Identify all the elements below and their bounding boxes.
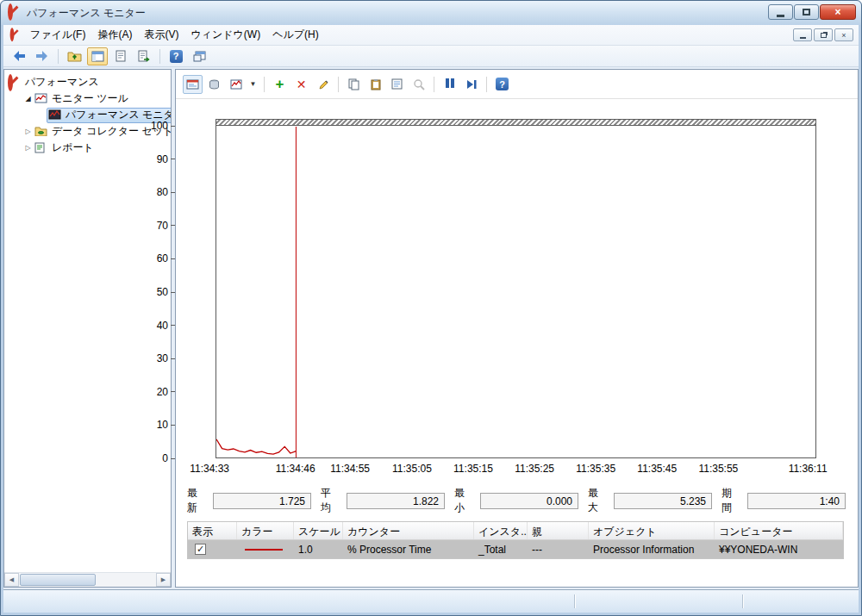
x-axis-label: 11:34:33 bbox=[190, 463, 229, 475]
maximize-button[interactable] bbox=[794, 4, 819, 20]
maximum-value: 5.235 bbox=[614, 493, 712, 509]
perfmon-window: パフォーマンス モニター × ファイル(F) 操作(A) 表示(V) ウィンドウ… bbox=[0, 0, 862, 616]
tree-item-label: モニター ツール bbox=[52, 91, 128, 106]
status-divider bbox=[742, 594, 743, 608]
show-checkbox[interactable]: ✓ bbox=[195, 544, 206, 555]
instance-cell: _Total bbox=[474, 540, 528, 558]
child-restore-button[interactable] bbox=[814, 28, 833, 41]
change-graph-type-button[interactable] bbox=[226, 75, 246, 94]
title-bar[interactable]: パフォーマンス モニター × bbox=[1, 1, 861, 25]
latest-value: 1.725 bbox=[213, 493, 311, 509]
monitor-panel: ▼ + ✕ bbox=[175, 69, 859, 588]
expander-expanded-icon[interactable]: ◢ bbox=[22, 95, 34, 103]
column-header[interactable]: カラー bbox=[237, 522, 294, 539]
freeze-display-button[interactable] bbox=[440, 75, 459, 94]
y-axis-label: 10 bbox=[157, 419, 168, 431]
pencil-icon bbox=[317, 78, 329, 90]
toolbar-separator bbox=[434, 77, 434, 92]
pm-help-button[interactable]: ? bbox=[492, 75, 512, 94]
child-minimize-button[interactable] bbox=[793, 28, 812, 41]
tree-item-performance[interactable]: パフォーマンス bbox=[4, 74, 171, 90]
counter-row[interactable]: ✓ 1.0 % Processor Time _Total --- Proces… bbox=[188, 540, 843, 558]
x-axis-label: 11:34:46 bbox=[276, 463, 315, 475]
show-cell: ✓ bbox=[188, 540, 237, 558]
minimize-button[interactable] bbox=[768, 4, 793, 20]
new-window-button[interactable] bbox=[189, 47, 209, 65]
tree-horizontal-scrollbar[interactable]: ◀ ▶ bbox=[4, 572, 171, 587]
menu-action[interactable]: 操作(A) bbox=[91, 25, 138, 45]
back-button[interactable] bbox=[9, 47, 29, 65]
y-axis-tick bbox=[171, 292, 175, 293]
y-axis-label: 60 bbox=[157, 252, 168, 264]
duration-label: 期間 bbox=[721, 486, 742, 515]
toolbar-separator bbox=[264, 77, 265, 92]
up-one-level-button[interactable] bbox=[64, 47, 84, 65]
scale-cell: 1.0 bbox=[294, 540, 343, 558]
properties-button[interactable] bbox=[110, 47, 131, 65]
export-list-icon bbox=[138, 50, 150, 62]
monitor-tools-icon bbox=[34, 93, 48, 104]
column-header[interactable]: カウンター bbox=[343, 522, 474, 539]
child-window-buttons: × bbox=[793, 28, 855, 41]
column-header[interactable]: スケール bbox=[294, 522, 343, 539]
child-close-button[interactable]: × bbox=[834, 28, 853, 41]
highlight-button[interactable] bbox=[313, 75, 333, 94]
show-hide-console-tree-button[interactable] bbox=[87, 47, 108, 65]
clipboard-icon bbox=[371, 78, 381, 90]
help-button[interactable]: ? bbox=[166, 47, 186, 65]
x-axis-label: 11:35:55 bbox=[698, 463, 738, 475]
add-counter-button[interactable]: + bbox=[270, 75, 290, 94]
column-header[interactable]: オブジェクト bbox=[589, 522, 715, 539]
column-header[interactable]: コンピューター bbox=[715, 522, 843, 539]
tree-item-monitor-tools[interactable]: ◢ モニター ツール bbox=[4, 90, 171, 107]
menu-help[interactable]: ヘルプ(H) bbox=[266, 25, 325, 45]
forward-button[interactable] bbox=[32, 47, 53, 65]
client-area: ファイル(F) 操作(A) 表示(V) ウィンドウ(W) ヘルプ(H) × bbox=[3, 25, 859, 613]
menu-bar: ファイル(F) 操作(A) 表示(V) ウィンドウ(W) ヘルプ(H) × bbox=[3, 25, 859, 46]
console-tree-icon bbox=[91, 51, 104, 62]
reports-icon bbox=[34, 142, 48, 153]
update-data-button[interactable] bbox=[461, 75, 481, 94]
properties-doc-icon bbox=[116, 50, 126, 62]
y-axis-label: 80 bbox=[157, 186, 168, 198]
counter-table: 表示カラースケールカウンターインスタ...親オブジェクトコンピューター ✓ 1.… bbox=[187, 521, 844, 559]
toolbar-separator bbox=[486, 77, 487, 92]
x-axis-label: 11:35:45 bbox=[637, 463, 677, 475]
y-axis-label: 90 bbox=[157, 153, 168, 165]
zoom-button[interactable] bbox=[409, 75, 428, 94]
menu-view[interactable]: 表示(V) bbox=[138, 25, 184, 45]
tree-item-performance-monitor[interactable]: パフォーマンス モニター bbox=[4, 107, 171, 123]
export-list-button[interactable] bbox=[134, 47, 154, 65]
perfmon-toolbar: ▼ + ✕ bbox=[176, 70, 858, 99]
scrollbar-thumb[interactable] bbox=[20, 574, 96, 586]
graph-type-dropdown-arrow[interactable]: ▼ bbox=[247, 75, 259, 94]
y-axis-tick bbox=[171, 159, 175, 159]
menu-window[interactable]: ウィンドウ(W) bbox=[184, 25, 266, 45]
counter-table-header: 表示カラースケールカウンターインスタ...親オブジェクトコンピューター bbox=[188, 522, 843, 540]
y-axis-tick bbox=[171, 192, 175, 193]
close-button[interactable]: × bbox=[820, 4, 856, 20]
copy-properties-button[interactable] bbox=[344, 75, 364, 94]
column-header[interactable]: インスタ... bbox=[474, 522, 528, 539]
delete-x-icon: ✕ bbox=[297, 78, 307, 91]
expander-collapsed-icon[interactable]: ▷ bbox=[22, 128, 34, 135]
menu-file[interactable]: ファイル(F) bbox=[24, 25, 91, 45]
help-icon: ? bbox=[170, 50, 183, 63]
view-current-activity-button[interactable] bbox=[183, 75, 203, 94]
column-header[interactable]: 表示 bbox=[188, 522, 237, 539]
plot-area bbox=[216, 119, 816, 458]
x-axis-label: 11:35:15 bbox=[453, 463, 493, 475]
object-cell: Processor Information bbox=[589, 540, 715, 558]
performance-monitor-chart-icon bbox=[48, 109, 62, 121]
column-header[interactable]: 親 bbox=[528, 522, 589, 539]
y-axis-tick bbox=[171, 126, 175, 127]
expander-collapsed-icon[interactable]: ▷ bbox=[22, 144, 34, 152]
tree-item-label: パフォーマンス bbox=[25, 75, 99, 90]
properties-button[interactable] bbox=[387, 75, 407, 94]
scroll-right-button[interactable]: ▶ bbox=[156, 573, 171, 587]
paste-counter-list-button[interactable] bbox=[365, 75, 385, 94]
view-log-data-button[interactable] bbox=[204, 75, 224, 94]
delete-counter-button[interactable]: ✕ bbox=[291, 75, 311, 94]
skip-forward-icon bbox=[465, 79, 478, 90]
scroll-left-button[interactable]: ◀ bbox=[4, 573, 19, 587]
